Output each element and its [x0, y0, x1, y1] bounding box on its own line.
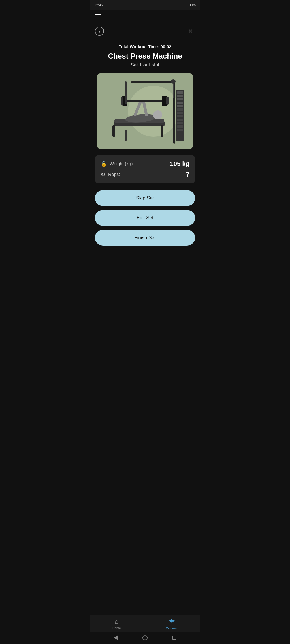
reps-row: ↻ Reps: 7	[101, 171, 189, 178]
svg-rect-26	[177, 125, 183, 128]
reps-value: 7	[186, 171, 189, 178]
exercise-image	[97, 73, 193, 149]
set-progress: Set 1 out of 4	[131, 62, 159, 68]
menu-button[interactable]	[95, 14, 101, 18]
status-time: 12:45	[94, 3, 103, 7]
svg-rect-22	[177, 112, 183, 114]
svg-rect-18	[177, 98, 183, 100]
reps-label: Reps:	[108, 172, 120, 177]
svg-rect-24	[177, 119, 183, 121]
svg-rect-16	[177, 91, 183, 94]
top-nav	[90, 10, 200, 21]
weight-row: 🔒 Weight (kg): 105 kg	[101, 160, 189, 168]
svg-rect-21	[177, 108, 183, 111]
main-content: i × Total Workout Time: 00:02 Chest Pres…	[90, 21, 200, 260]
svg-rect-4	[161, 125, 163, 137]
svg-rect-14	[166, 97, 169, 105]
workout-timer: Total Workout Time: 00:02	[119, 44, 171, 49]
reps-icon: ↻	[101, 171, 105, 178]
svg-rect-23	[177, 115, 183, 117]
exercise-name: Chest Press Machine	[108, 52, 182, 61]
svg-point-30	[171, 79, 176, 84]
status-battery: 100%	[187, 3, 196, 7]
weight-left: 🔒 Weight (kg):	[101, 161, 134, 167]
exercise-illustration	[97, 73, 193, 149]
svg-rect-19	[177, 102, 183, 104]
stats-card: 🔒 Weight (kg): 105 kg ↻ Reps: 7	[95, 155, 195, 183]
action-buttons: Skip Set Edit Set Finish Set	[95, 190, 195, 246]
reps-left: ↻ Reps:	[101, 171, 120, 178]
finish-set-button[interactable]: Finish Set	[95, 230, 195, 246]
overlay-controls: i ×	[95, 27, 195, 36]
info-button[interactable]: i	[95, 27, 104, 36]
svg-rect-32	[125, 81, 127, 104]
skip-set-button[interactable]: Skip Set	[95, 190, 195, 206]
svg-rect-27	[177, 129, 183, 131]
svg-rect-12	[121, 97, 123, 105]
svg-rect-25	[177, 122, 183, 124]
weight-value: 105 kg	[170, 160, 190, 168]
svg-rect-3	[112, 125, 115, 137]
close-button[interactable]: ×	[186, 27, 195, 36]
status-bar: 12:45 100%	[90, 0, 200, 10]
close-icon: ×	[189, 27, 193, 35]
svg-point-7	[153, 110, 162, 119]
svg-rect-17	[177, 95, 183, 97]
svg-rect-20	[177, 105, 183, 107]
svg-rect-10	[125, 100, 165, 102]
info-icon: i	[99, 29, 100, 34]
svg-rect-29	[131, 81, 175, 83]
edit-set-button[interactable]: Edit Set	[95, 210, 195, 226]
weight-label: Weight (kg):	[110, 161, 134, 166]
svg-rect-33	[125, 130, 127, 141]
weight-icon: 🔒	[101, 161, 107, 167]
